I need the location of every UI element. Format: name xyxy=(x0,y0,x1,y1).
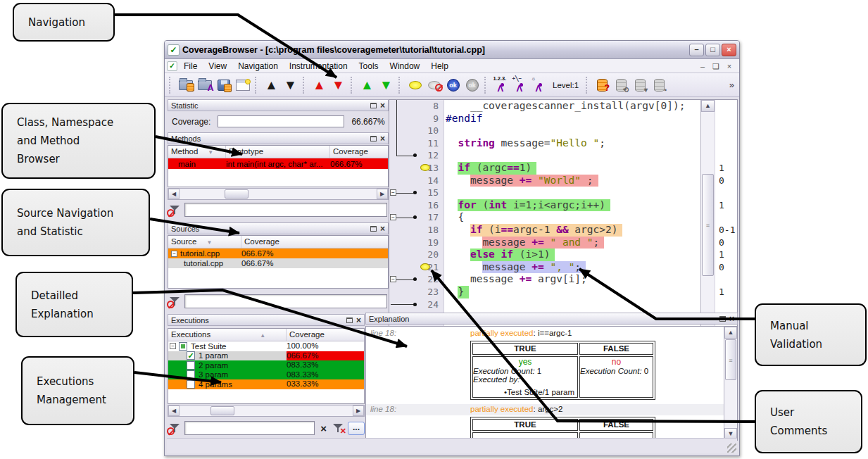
executions-filter-input[interactable] xyxy=(184,421,315,435)
code-line[interactable]: message += "World" ; xyxy=(444,175,700,187)
scrollbar-thumb[interactable]: ≡ xyxy=(702,174,714,276)
code-line[interactable] xyxy=(444,125,700,137)
methods-col-method[interactable]: Method▼ xyxy=(168,146,226,158)
menu-instrumentation[interactable]: Instrumentation xyxy=(284,60,353,73)
execution-row[interactable]: 2 param083.33% xyxy=(168,360,364,370)
scroll-up-icon[interactable]: ▲ xyxy=(724,327,737,339)
close-panel-icon[interactable]: × xyxy=(729,315,734,322)
menu-navigation[interactable]: Navigation xyxy=(232,60,284,73)
execution-compare-icon[interactable]: +╲−Λ xyxy=(510,75,529,94)
collapse-minus-icon[interactable]: − xyxy=(390,214,396,220)
delete-filter-icon[interactable]: ✕ xyxy=(332,423,344,433)
sources-col-coverage[interactable]: Coverage xyxy=(241,236,388,248)
code-line[interactable] xyxy=(444,298,700,311)
execution-checkbox[interactable] xyxy=(187,361,195,370)
menu-view[interactable]: View xyxy=(203,60,232,73)
code-line[interactable]: else if (i>1) xyxy=(444,249,700,261)
close-panel-icon[interactable]: × xyxy=(380,102,385,109)
toolbar-grip[interactable] xyxy=(169,77,174,94)
close-panel-icon[interactable]: × xyxy=(380,135,385,142)
unvalidate-icon[interactable]: ok xyxy=(463,75,482,94)
sources-col-source[interactable]: Source▼ xyxy=(168,236,241,248)
previous-covered-green-icon[interactable] xyxy=(358,75,377,94)
float-panel-icon[interactable] xyxy=(370,103,377,108)
new-window-icon[interactable] xyxy=(233,75,252,94)
next-uncovered-red-icon[interactable] xyxy=(329,75,348,94)
toolbar-grip[interactable] xyxy=(351,77,356,94)
execution-count-icon[interactable]: 1.2.3.Λ xyxy=(491,75,510,94)
open-coverage-database-icon[interactable] xyxy=(176,75,195,94)
minimize-button[interactable]: – xyxy=(689,44,704,56)
sources-filter-input[interactable] xyxy=(184,294,387,308)
previous-black-icon[interactable] xyxy=(262,75,281,94)
scrollbar-thumb[interactable] xyxy=(210,406,234,415)
database-tool-icon[interactable]: ⟲ xyxy=(612,75,631,94)
mdi-minimize-button[interactable]: – xyxy=(697,61,708,71)
mdi-restore-button[interactable]: ❏ xyxy=(710,61,722,71)
close-panel-icon[interactable]: × xyxy=(380,225,385,232)
maximize-button[interactable]: □ xyxy=(705,44,720,56)
menu-window[interactable]: Window xyxy=(384,60,426,73)
code-line[interactable]: if (argc==1) xyxy=(444,162,700,175)
float-panel-icon[interactable] xyxy=(370,226,377,232)
remove-comment-icon[interactable] xyxy=(424,75,444,94)
execution-checkbox[interactable] xyxy=(187,380,195,389)
scroll-left-icon[interactable]: ◀ xyxy=(168,405,180,416)
database-merge-icon[interactable]: ▪ xyxy=(650,75,669,94)
scroll-left-icon[interactable]: ◀ xyxy=(168,189,180,199)
database-query-icon[interactable]: ? xyxy=(593,75,612,94)
execution-checkbox[interactable] xyxy=(187,370,195,379)
source-row[interactable]: −tutorial.cpp066.67% xyxy=(168,249,388,258)
menu-help[interactable]: Help xyxy=(425,60,454,73)
toolbar-grip[interactable] xyxy=(398,77,403,94)
code-line[interactable]: if (i==argc-1 && argc>2) xyxy=(444,224,700,237)
executions-col-name[interactable]: Executions▲ xyxy=(168,329,287,341)
methods-col-prototype[interactable]: Prototype xyxy=(226,146,330,158)
next-covered-green-icon[interactable] xyxy=(377,75,396,94)
execution-checkbox[interactable]: ✓ xyxy=(187,351,195,360)
code-line[interactable]: #endif xyxy=(444,113,700,125)
code-line[interactable]: string message="Hello "; xyxy=(444,137,700,150)
open-execution-icon[interactable]: Λ xyxy=(195,75,214,94)
filter-funnel-icon[interactable] xyxy=(169,205,180,215)
toolbar-grip[interactable] xyxy=(255,77,260,94)
code-line[interactable]: for (int i=1;i<argc;i++) xyxy=(444,199,700,212)
float-panel-icon[interactable] xyxy=(346,317,353,323)
mdi-close-button[interactable]: × xyxy=(724,61,735,71)
code-line[interactable]: message += argv[i]; xyxy=(444,273,700,286)
more-options-button[interactable]: ... xyxy=(348,422,365,435)
code-line[interactable]: { xyxy=(444,211,700,224)
filter-funnel-icon[interactable] xyxy=(169,423,180,433)
explanation-vscrollbar[interactable]: ▲ ≡ ▼ xyxy=(724,327,737,440)
methods-filter-input[interactable] xyxy=(184,203,387,217)
collapse-minus-icon[interactable]: − xyxy=(390,276,396,282)
code-line[interactable]: message += ", "; xyxy=(444,261,700,274)
toolbar-grip[interactable] xyxy=(586,77,591,94)
close-panel-icon[interactable]: × xyxy=(356,317,361,324)
methods-col-coverage[interactable]: Coverage xyxy=(330,146,388,158)
executions-col-coverage[interactable]: Coverage xyxy=(287,329,364,341)
close-button[interactable]: × xyxy=(722,44,736,56)
clear-filter-icon[interactable]: × xyxy=(319,422,328,434)
float-panel-icon[interactable] xyxy=(370,136,377,142)
scrollbar-thumb[interactable]: ≡ xyxy=(725,339,736,380)
add-comment-icon[interactable] xyxy=(405,75,424,94)
validate-ok-icon[interactable]: ok xyxy=(444,75,463,94)
title-bar[interactable]: ✓ CoverageBrowser - [c:\program files\co… xyxy=(165,41,739,59)
collapse-minus-icon[interactable]: − xyxy=(390,189,396,196)
executions-hscrollbar[interactable]: ◀ ▶ xyxy=(168,405,365,417)
toolbar-overflow-chevron[interactable]: » xyxy=(729,80,738,90)
execution-settings-icon[interactable]: ☼Λ xyxy=(529,75,548,94)
method-row[interactable]: mainint main(int argc, char* ar...066.67… xyxy=(168,158,388,169)
scrollbar-thumb[interactable] xyxy=(225,189,249,199)
execution-checkbox[interactable] xyxy=(179,342,187,351)
previous-uncovered-red-icon[interactable] xyxy=(310,75,329,94)
scroll-right-icon[interactable]: ▶ xyxy=(353,405,364,416)
database-delete-icon[interactable]: ▾ xyxy=(631,75,650,94)
source-row[interactable]: tutorial.cpp066.67% xyxy=(168,258,388,268)
code-line[interactable]: __coveragescanner_install(argv[0]); xyxy=(444,100,700,113)
float-panel-icon[interactable] xyxy=(719,316,726,322)
execution-row[interactable]: −Test Suite100.00% xyxy=(168,341,364,351)
tree-expander-icon[interactable]: − xyxy=(171,251,177,257)
code-line[interactable]: message += " and "; xyxy=(444,237,700,249)
